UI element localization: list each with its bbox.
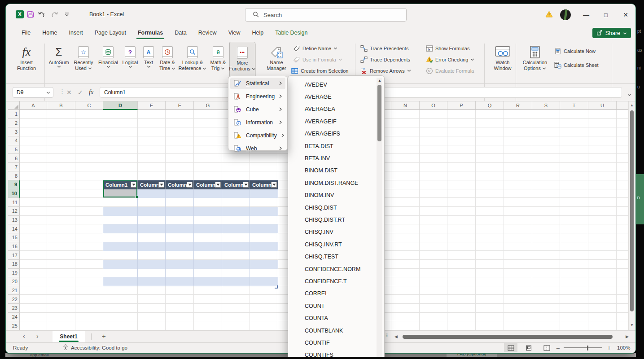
- row-header-2[interactable]: 2: [8, 119, 20, 128]
- sheet-tab-sheet1[interactable]: Sheet1: [53, 331, 85, 342]
- function-item-averageifs[interactable]: AVERAGEIFS: [288, 128, 384, 140]
- column-header-partial[interactable]: [617, 101, 629, 110]
- zoom-slider-thumb[interactable]: [587, 346, 588, 350]
- scroll-left-icon[interactable]: ◀: [394, 334, 398, 339]
- filter-button[interactable]: [243, 182, 249, 188]
- new-sheet-button[interactable]: +: [102, 332, 106, 340]
- row-header-4[interactable]: 4: [8, 136, 20, 145]
- function-item-beta.inv[interactable]: BETA.INV: [288, 152, 384, 164]
- table-resize-handle[interactable]: [274, 282, 278, 290]
- scroll-down-icon[interactable]: ▼: [630, 323, 634, 327]
- menu-item-information[interactable]: Information: [230, 117, 285, 128]
- menu-item-engineering[interactable]: Engineering: [230, 91, 285, 102]
- page-layout-view-button[interactable]: [522, 343, 535, 352]
- zoom-slider[interactable]: [564, 347, 602, 348]
- submenu-scrollbar[interactable]: ▲: [377, 78, 382, 359]
- column-header-G[interactable]: G: [194, 101, 222, 110]
- column-header-B[interactable]: B: [47, 101, 75, 110]
- function-item-chisq.test[interactable]: CHISQ.TEST: [288, 250, 384, 263]
- row-header-24[interactable]: 24: [8, 313, 20, 322]
- row-header-14[interactable]: 14: [8, 224, 20, 233]
- prev-sheet-icon[interactable]: ‹: [23, 333, 25, 340]
- menu-item-statistical[interactable]: Statistical: [230, 78, 285, 89]
- menu-item-cube[interactable]: Cube: [230, 104, 285, 115]
- scroll-up-icon[interactable]: ▲: [630, 103, 634, 107]
- row-header-11[interactable]: 11: [8, 198, 20, 207]
- normal-view-button[interactable]: [504, 343, 517, 352]
- row-header-20[interactable]: 20: [8, 277, 20, 286]
- function-item-chisq.inv.rt[interactable]: CHISQ.INV.RT: [288, 238, 384, 250]
- fill-handle[interactable]: [136, 196, 138, 198]
- page-break-view-button[interactable]: [540, 343, 553, 352]
- column-header-F[interactable]: F: [166, 101, 194, 110]
- row-header-7[interactable]: 7: [8, 163, 20, 172]
- function-item-confidence.norm[interactable]: CONFIDENCE.NORM: [288, 263, 384, 275]
- function-item-chisq.dist.rt[interactable]: CHISQ.DIST.RT: [288, 214, 384, 226]
- row-header-19[interactable]: 19: [8, 269, 20, 278]
- function-item-chisq.inv[interactable]: CHISQ.INV: [288, 226, 384, 238]
- row-header-25[interactable]: 25: [8, 321, 20, 330]
- menu-item-web[interactable]: Web: [230, 143, 285, 154]
- function-item-counta[interactable]: COUNTA: [288, 312, 384, 324]
- accessibility-status[interactable]: Accessibility: Good to go: [62, 343, 127, 353]
- submenu-scroll-thumb[interactable]: [377, 85, 381, 141]
- menu-item-compatibility[interactable]: Compatibility: [230, 130, 285, 141]
- filter-button[interactable]: [158, 182, 164, 188]
- column-header-T[interactable]: T: [560, 101, 588, 110]
- row-header-16[interactable]: 16: [8, 242, 20, 251]
- horizontal-scroll-thumb[interactable]: [403, 335, 613, 339]
- row-header-5[interactable]: 5: [8, 145, 20, 154]
- row-header-1[interactable]: 1: [8, 110, 20, 119]
- function-item-correl[interactable]: CORREL: [288, 288, 384, 300]
- vertical-scrollbar[interactable]: ▲▼: [628, 101, 635, 330]
- function-item-avedev[interactable]: AVEDEV: [288, 79, 384, 91]
- column-header-N[interactable]: N: [391, 101, 420, 110]
- row-header-9[interactable]: 9: [8, 180, 20, 189]
- function-item-average[interactable]: AVERAGE: [288, 91, 384, 103]
- function-item-beta.dist[interactable]: BETA.DIST: [288, 140, 384, 152]
- filter-button[interactable]: [215, 182, 221, 188]
- row-header-23[interactable]: 23: [8, 304, 20, 313]
- function-item-countblank[interactable]: COUNTBLANK: [288, 324, 384, 337]
- column-header-E[interactable]: E: [138, 101, 166, 110]
- row-header-15[interactable]: 15: [8, 233, 20, 242]
- row-header-22[interactable]: 22: [8, 295, 20, 304]
- row-header-21[interactable]: 21: [8, 286, 20, 295]
- column-header-Q[interactable]: Q: [476, 101, 504, 110]
- select-all-corner[interactable]: [8, 101, 20, 110]
- filter-button[interactable]: [187, 182, 193, 188]
- filter-button[interactable]: [271, 182, 277, 188]
- row-header-10[interactable]: 10: [8, 189, 20, 198]
- function-item-binom.dist.range[interactable]: BINOM.DIST.RANGE: [288, 177, 384, 189]
- column-header-A[interactable]: A: [20, 101, 47, 110]
- row-header-3[interactable]: 3: [8, 127, 20, 136]
- zoom-out-button[interactable]: −: [556, 343, 560, 353]
- next-sheet-icon[interactable]: ›: [36, 333, 39, 340]
- function-item-binom.dist[interactable]: BINOM.DIST: [288, 165, 384, 177]
- vertical-scroll-thumb[interactable]: [630, 110, 634, 311]
- column-header-O[interactable]: O: [420, 101, 447, 110]
- column-header-U[interactable]: U: [588, 101, 617, 110]
- function-item-confidence.t[interactable]: CONFIDENCE.T: [288, 275, 384, 287]
- function-item-binom.inv[interactable]: BINOM.INV: [288, 189, 384, 201]
- zoom-in-button[interactable]: +: [607, 343, 611, 353]
- column-header-R[interactable]: R: [504, 101, 532, 110]
- function-item-count[interactable]: COUNT: [288, 300, 384, 312]
- column-header-C[interactable]: C: [75, 101, 103, 110]
- function-item-countif[interactable]: COUNTIF: [288, 337, 384, 349]
- horizontal-scrollbar[interactable]: ◀ ▶: [393, 333, 630, 340]
- row-header-17[interactable]: 17: [8, 251, 20, 260]
- row-header-18[interactable]: 18: [8, 260, 20, 269]
- function-item-chisq.dist[interactable]: CHISQ.DIST: [288, 201, 384, 214]
- column-header-S[interactable]: S: [532, 101, 560, 110]
- column-header-D[interactable]: D: [103, 101, 138, 110]
- scroll-right-icon[interactable]: ▶: [626, 334, 629, 339]
- function-item-averagea[interactable]: AVERAGEA: [288, 103, 384, 115]
- zoom-level[interactable]: 100%: [617, 343, 630, 353]
- row-header-8[interactable]: 8: [8, 171, 20, 180]
- tab-splitter-handle[interactable]: ⁞⁞: [386, 332, 387, 337]
- row-header-13[interactable]: 13: [8, 216, 20, 225]
- function-item-averageif[interactable]: AVERAGEIF: [288, 115, 384, 127]
- row-header-12[interactable]: 12: [8, 207, 20, 216]
- row-header-6[interactable]: 6: [8, 154, 20, 163]
